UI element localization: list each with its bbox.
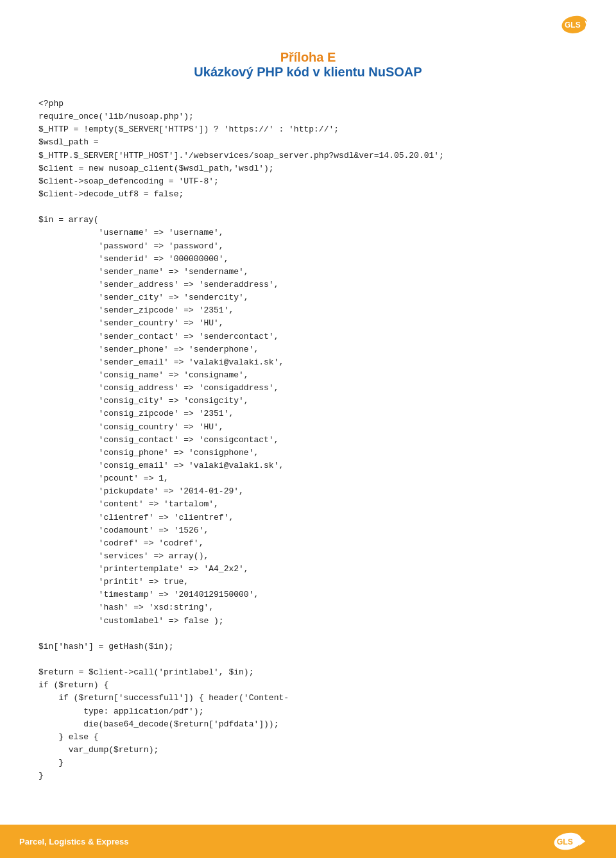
logo-area: GLS: [558, 12, 597, 37]
title-line2: Ukázkový PHP kód v klientu NuSOAP: [38, 65, 578, 80]
footer: Parcel, Logistics & Express GLS: [0, 825, 616, 858]
gls-header-logo: GLS: [558, 12, 597, 37]
footer-text: Parcel, Logistics & Express: [19, 837, 129, 846]
code-block: <?php require_once('lib/nusoap.php'); $_…: [38, 98, 578, 782]
main-content: Příloha E Ukázkový PHP kód v klientu NuS…: [0, 44, 616, 821]
svg-text:GLS: GLS: [565, 21, 581, 30]
header: GLS: [0, 0, 616, 44]
title-line1: Příloha E: [38, 50, 578, 65]
page: GLS Příloha E Ukázkový PHP kód v klientu…: [0, 0, 616, 858]
svg-text:GLS: GLS: [557, 837, 573, 846]
gls-footer-logo: GLS: [545, 830, 597, 853]
footer-logo: GLS: [545, 830, 597, 853]
page-title-block: Příloha E Ukázkový PHP kód v klientu NuS…: [38, 50, 578, 80]
